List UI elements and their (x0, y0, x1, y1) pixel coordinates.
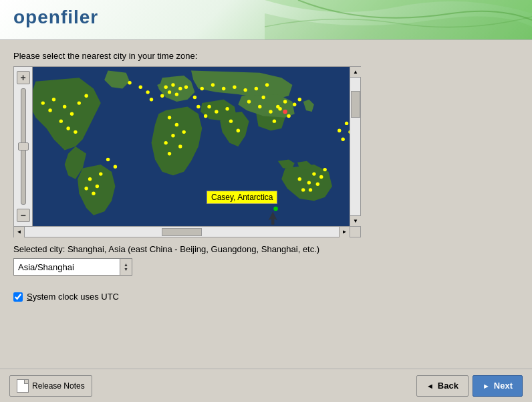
svg-point-53 (307, 181, 311, 184)
app-logo: openfiler (13, 7, 98, 28)
timezone-down-arrow[interactable]: ▼ (124, 267, 128, 272)
svg-point-56 (273, 207, 277, 211)
selected-city-label: Selected city: Shanghai, Asia (east Chin… (13, 244, 519, 254)
svg-point-61 (193, 96, 196, 99)
header-swoosh (265, 0, 532, 40)
svg-point-67 (319, 175, 323, 179)
svg-point-4 (59, 119, 63, 122)
timezone-up-arrow[interactable]: ▲ (124, 262, 128, 267)
svg-point-2 (63, 105, 66, 108)
document-icon (17, 379, 29, 393)
svg-point-47 (298, 98, 301, 101)
map-container[interactable]: + − (13, 66, 361, 227)
svg-point-6 (48, 108, 51, 112)
svg-point-25 (171, 134, 174, 137)
svg-point-19 (168, 90, 171, 94)
svg-point-55 (301, 188, 305, 191)
svg-point-18 (178, 87, 182, 90)
svg-point-36 (265, 83, 269, 86)
svg-point-11 (88, 177, 92, 181)
next-arrow-icon (483, 381, 490, 391)
release-notes-button[interactable]: Release Notes (9, 375, 92, 397)
map-vscrollbar[interactable]: ▲ ▼ (350, 67, 360, 226)
scrollbar-corner (350, 227, 361, 237)
svg-point-69 (309, 188, 312, 191)
zoom-slider-track[interactable] (21, 88, 26, 205)
svg-point-1 (52, 98, 55, 101)
svg-point-66 (323, 168, 326, 171)
svg-point-59 (146, 90, 149, 94)
zoom-slider-thumb[interactable] (18, 142, 29, 150)
back-label: Back (438, 381, 458, 391)
svg-point-21 (184, 86, 188, 89)
timezone-input[interactable] (13, 258, 120, 276)
svg-point-57 (128, 81, 131, 84)
scroll-left-button[interactable]: ◄ (14, 227, 25, 237)
svg-point-51 (278, 107, 281, 110)
svg-point-8 (84, 94, 88, 98)
release-notes-label: Release Notes (32, 381, 85, 391)
scroll-down-button[interactable]: ▼ (350, 215, 361, 226)
zoom-controls: + − (14, 67, 33, 226)
svg-point-14 (99, 172, 102, 175)
svg-point-50 (283, 110, 287, 114)
zoom-in-button[interactable]: + (17, 71, 30, 84)
svg-point-43 (269, 110, 272, 113)
svg-point-16 (164, 86, 167, 89)
timezone-selector[interactable]: ▲ ▼ (13, 258, 519, 276)
svg-point-42 (258, 105, 261, 108)
svg-point-13 (92, 192, 95, 195)
next-button[interactable]: Next (473, 375, 523, 397)
scroll-up-button[interactable]: ▲ (350, 67, 361, 78)
svg-point-3 (70, 112, 74, 116)
scroll-thumb-vertical[interactable] (351, 91, 360, 118)
map-hscroll-row: ◄ ► (13, 227, 361, 237)
svg-point-7 (41, 101, 45, 104)
utc-label: System clock uses UTC (27, 292, 119, 302)
map-svg (33, 67, 350, 226)
svg-point-75 (341, 137, 344, 140)
back-arrow-icon (426, 381, 434, 391)
svg-point-24 (175, 123, 178, 126)
scroll-track-vertical[interactable] (350, 78, 360, 215)
main-content: Please select the nearest city in your t… (0, 40, 532, 308)
footer: Release Notes Back Next (0, 369, 532, 402)
svg-point-64 (247, 100, 251, 103)
svg-point-30 (201, 87, 204, 90)
next-label: Next (494, 381, 513, 391)
svg-point-9 (66, 126, 70, 130)
svg-point-65 (261, 96, 265, 99)
zoom-out-button[interactable]: − (17, 209, 30, 222)
svg-point-20 (175, 92, 178, 96)
svg-point-15 (84, 187, 88, 190)
svg-point-26 (178, 144, 182, 148)
svg-point-45 (283, 100, 287, 103)
svg-point-37 (207, 105, 211, 108)
utc-row: System clock uses UTC (13, 292, 519, 302)
svg-point-41 (237, 128, 240, 132)
svg-point-40 (229, 119, 233, 122)
scroll-track-horizontal[interactable] (25, 227, 339, 237)
svg-point-48 (273, 119, 276, 122)
svg-point-34 (243, 88, 247, 92)
svg-point-17 (171, 83, 174, 86)
svg-point-22 (160, 94, 164, 98)
svg-point-39 (225, 107, 229, 110)
svg-point-10 (74, 130, 77, 134)
svg-point-49 (287, 114, 290, 118)
svg-point-32 (222, 87, 225, 90)
svg-point-73 (345, 122, 348, 125)
svg-point-71 (114, 165, 117, 169)
timezone-spinner[interactable]: ▲ ▼ (120, 258, 132, 276)
svg-point-46 (293, 103, 296, 106)
utc-checkbox[interactable] (13, 292, 23, 302)
scroll-right-button[interactable]: ► (339, 227, 350, 237)
svg-point-33 (233, 86, 236, 89)
world-map[interactable]: Casey, Antarctica (33, 67, 350, 226)
scroll-thumb-horizontal[interactable] (162, 228, 202, 236)
svg-point-12 (96, 185, 99, 188)
svg-point-27 (168, 152, 171, 155)
back-button[interactable]: Back (416, 375, 469, 397)
svg-point-52 (298, 177, 301, 181)
map-hscrollbar[interactable]: ◄ ► (13, 227, 350, 237)
